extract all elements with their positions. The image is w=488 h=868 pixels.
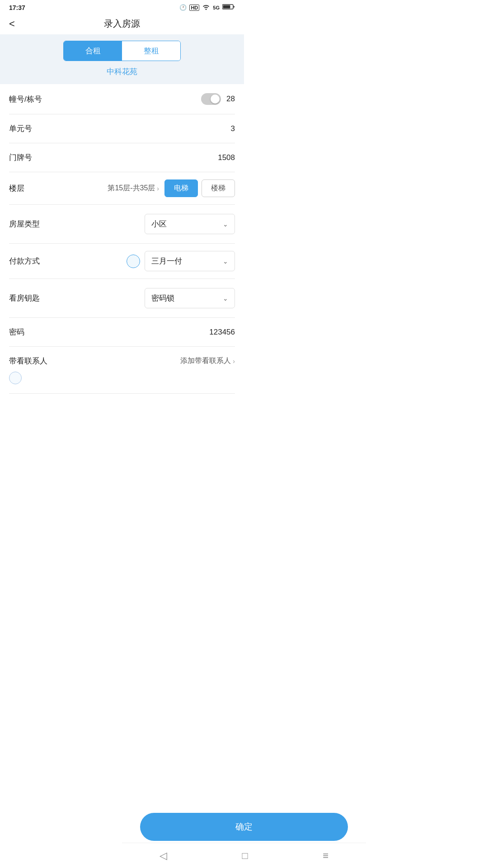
hd-icon: HD	[189, 5, 199, 11]
door-no-label: 门牌号	[9, 152, 32, 163]
community-name[interactable]: 中科花苑	[107, 66, 137, 77]
unit-no-value: 3	[231, 124, 235, 133]
pay-method-row: 付款方式 三月一付 ⌄	[9, 244, 235, 279]
bottom-spacer	[0, 394, 244, 430]
contact-row: 带看联系人 添加带看联系人 ›	[9, 347, 235, 394]
view-key-row: 看房钥匙 密码锁 ⌄	[9, 279, 235, 318]
pay-method-dropdown[interactable]: 三月一付 ⌄	[145, 251, 235, 271]
building-no-label: 幢号/栋号	[9, 94, 42, 104]
floor-label: 楼层	[9, 183, 24, 193]
house-type-value: 小区	[151, 219, 167, 229]
add-contact-chevron: ›	[233, 358, 235, 365]
floor-current: 第15层-共35层	[108, 184, 155, 193]
header: < 录入房源	[0, 13, 244, 34]
pay-method-value: 三月一付	[151, 256, 182, 266]
unit-no-label: 单元号	[9, 123, 32, 134]
page-title: 录入房源	[104, 18, 140, 30]
password-label: 密码	[9, 327, 24, 337]
pay-method-chevron: ⌄	[223, 258, 228, 265]
tab-switcher: 合租 整租	[63, 41, 181, 61]
elevator-btn[interactable]: 电梯	[164, 179, 198, 197]
house-type-chevron: ⌄	[223, 221, 228, 228]
floor-row: 楼层 第15层-共35层 › 电梯 楼梯	[9, 172, 235, 205]
status-time: 17:37	[9, 4, 25, 11]
view-key-chevron: ⌄	[223, 295, 228, 302]
view-key-label: 看房钥匙	[9, 293, 40, 303]
door-no-row: 门牌号 1508	[9, 143, 235, 172]
svg-rect-1	[223, 5, 230, 9]
password-value: 123456	[209, 328, 235, 337]
floor-btns: 电梯 楼梯	[164, 179, 235, 197]
tab-hezhu[interactable]: 合租	[64, 41, 122, 61]
view-key-dropdown[interactable]: 密码锁 ⌄	[145, 288, 235, 308]
building-no-controls: 28	[201, 93, 235, 105]
house-type-row: 房屋类型 小区 ⌄	[9, 205, 235, 244]
wifi-icon	[202, 4, 210, 11]
password-row: 密码 123456	[9, 318, 235, 347]
status-bar: 17:37 🕐 HD 5G	[0, 0, 244, 13]
form-section: 幢号/栋号 28 单元号 3 门牌号 1508 楼层 第15层-共35层 › 电…	[0, 84, 244, 394]
building-no-row: 幢号/栋号 28	[9, 84, 235, 114]
status-icons: 🕐 HD 5G	[179, 4, 235, 11]
battery-icon	[222, 4, 235, 11]
house-type-label: 房屋类型	[9, 219, 40, 229]
floor-info[interactable]: 第15层-共35层 ›	[108, 184, 159, 193]
view-key-value: 密码锁	[151, 293, 174, 303]
alarm-icon: 🕐	[179, 4, 187, 11]
signal-icon: 5G	[213, 5, 220, 10]
add-contact-btn[interactable]: 添加带看联系人 ›	[180, 356, 235, 366]
building-no-toggle[interactable]	[201, 93, 221, 105]
door-no-value: 1508	[218, 153, 235, 162]
contact-label: 带看联系人	[9, 356, 47, 366]
back-button[interactable]: <	[9, 18, 15, 30]
house-type-dropdown[interactable]: 小区 ⌄	[145, 214, 235, 234]
tab-zhengzu[interactable]: 整租	[122, 41, 180, 61]
pay-method-label: 付款方式	[9, 256, 40, 266]
tab-section: 合租 整租 中科花苑	[0, 34, 244, 84]
building-no-value: 28	[226, 94, 235, 104]
pay-method-toggle[interactable]	[127, 255, 140, 268]
floor-chevron: ›	[157, 185, 159, 192]
unit-no-row: 单元号 3	[9, 114, 235, 143]
stairs-btn[interactable]: 楼梯	[202, 179, 235, 197]
add-contact-text: 添加带看联系人	[180, 356, 231, 366]
contact-circle-icon	[9, 372, 22, 384]
